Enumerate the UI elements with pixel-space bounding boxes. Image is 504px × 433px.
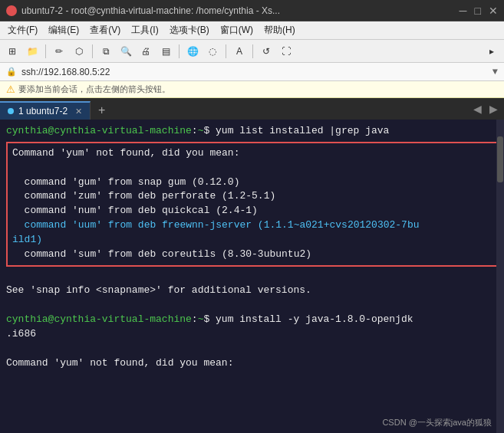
toolbar-copy2[interactable]: ⧉	[97, 43, 115, 60]
title-bar: ubuntu7-2 - root@cynthia-virtual-machine…	[0, 0, 504, 21]
error-box: Command 'yum' not found, did you mean: c…	[6, 142, 498, 267]
toolbar-print2[interactable]: ▤	[156, 43, 175, 60]
prompt-line-2: cynthia@cynthia-virtual-machine:~$ yum i…	[6, 313, 498, 342]
minimize-button[interactable]: ─	[460, 5, 467, 16]
toolbar-sep-5	[252, 44, 253, 58]
close-button[interactable]: ✕	[489, 5, 498, 16]
window-title: ubuntu7-2 - root@cynthia-virtual-machine…	[21, 5, 280, 16]
tab-nav: ◀ ▶	[470, 103, 504, 115]
tab-nav-right[interactable]: ▶	[486, 103, 501, 115]
menu-edit[interactable]: 编辑(E)	[44, 22, 84, 38]
address-text[interactable]: ssh://192.168.80.5:22	[21, 67, 110, 77]
toolbar-search[interactable]: 🔍	[117, 43, 135, 60]
prompt-user-2: cynthia@cynthia-virtual-machine	[6, 313, 192, 325]
toolbar-text[interactable]: A	[230, 43, 249, 60]
toolbar-fullscreen[interactable]: ⛶	[277, 43, 295, 60]
tab-nav-left[interactable]: ◀	[470, 103, 485, 115]
prompt-line-1: cynthia@cynthia-virtual-machine:~$ yum l…	[6, 124, 498, 139]
normal-line-blank-2	[6, 298, 498, 313]
terminal[interactable]: cynthia@cynthia-virtual-machine:~$ yum l…	[0, 120, 504, 433]
menu-file[interactable]: 文件(F)	[3, 22, 42, 38]
tab-bar: 1 ubuntu7-2 ✕ + ◀ ▶	[0, 98, 504, 120]
toolbar-edit[interactable]: ✏	[50, 43, 68, 60]
prompt-command-1: $ yum list installed |grep java	[203, 125, 389, 136]
toolbar-globe2[interactable]: ◌	[203, 43, 222, 60]
toolbar-sep-4	[226, 44, 226, 58]
error-line-5: command 'uum' from deb freewnn-jserver (…	[12, 218, 492, 248]
error-line-4: command 'num' from deb quickcal (2.4-1)	[12, 204, 492, 218]
toolbar-refresh[interactable]: ↺	[257, 43, 275, 60]
terminal-content: cynthia@cynthia-virtual-machine:~$ yum l…	[0, 120, 504, 376]
error-line-1	[12, 161, 492, 175]
normal-line-blank-1	[6, 270, 498, 284]
title-bar-left: ubuntu7-2 - root@cynthia-virtual-machine…	[6, 5, 280, 16]
info-text: 要添加当前会话，点击左侧的箭头按钮。	[18, 84, 170, 95]
toolbar-new[interactable]: ⊞	[3, 43, 21, 60]
app-window: ubuntu7-2 - root@cynthia-virtual-machine…	[0, 0, 504, 433]
normal-line-blank-3	[6, 342, 498, 356]
error-line-6: command 'sum' from deb coreutils (8.30-3…	[12, 248, 492, 262]
error-line-2: command 'gum' from snap gum (0.12.0)	[12, 175, 492, 190]
watermark: CSDN @一头探索java的狐狼	[382, 417, 492, 428]
toolbar-extra[interactable]: ▸	[483, 43, 501, 60]
tab-add-button[interactable]: +	[92, 101, 111, 120]
menu-tools[interactable]: 工具(I)	[127, 22, 163, 38]
menu-help[interactable]: 帮助(H)	[259, 22, 300, 38]
tab-label: 1 ubuntu7-2	[18, 106, 68, 116]
menu-window[interactable]: 窗口(W)	[216, 22, 258, 38]
error-line-3: command 'zum' from deb perforate (1.2-5.…	[12, 189, 492, 204]
terminal-scrollbar[interactable]	[496, 120, 504, 433]
error-line-0: Command 'yum' not found, did you mean:	[12, 146, 492, 161]
toolbar-right: ▸	[483, 43, 501, 60]
normal-line-cmd-notfound: Command 'yum' not found, did you mean:	[6, 356, 498, 371]
toolbar-print[interactable]: 🖨	[137, 43, 155, 60]
normal-line-snap: See 'snap info <snapname>' for additiona…	[6, 284, 498, 298]
lock-icon: 🔒	[6, 67, 17, 77]
scroll-thumb	[497, 136, 503, 182]
address-bar: 🔒 ssh://192.168.80.5:22 ▼	[0, 63, 504, 81]
info-icon: ⚠	[6, 84, 15, 95]
toolbar-copy[interactable]: ⬡	[70, 43, 88, 60]
info-bar: ⚠ 要添加当前会话，点击左侧的箭头按钮。	[0, 81, 504, 98]
tab-ubuntu7-2[interactable]: 1 ubuntu7-2 ✕	[0, 101, 91, 120]
toolbar: ⊞ 📁 ✏ ⬡ ⧉ 🔍 🖨 ▤ 🌐 ◌ A ↺ ⛶ ▸	[0, 40, 504, 63]
prompt-user-1: cynthia@cynthia-virtual-machine	[6, 125, 192, 136]
menu-bar: 文件(F) 编辑(E) 查看(V) 工具(I) 选项卡(B) 窗口(W) 帮助(…	[0, 21, 504, 40]
menu-tabs[interactable]: 选项卡(B)	[165, 22, 214, 38]
address-dropdown-icon[interactable]: ▼	[492, 67, 498, 77]
tab-close-icon[interactable]: ✕	[75, 107, 82, 116]
toolbar-sep-1	[45, 44, 46, 58]
menu-view[interactable]: 查看(V)	[85, 22, 125, 38]
maximize-button[interactable]: □	[475, 5, 481, 16]
toolbar-sep-3	[179, 44, 180, 58]
title-bar-controls: ─ □ ✕	[460, 5, 498, 16]
tab-status-dot	[8, 108, 14, 114]
toolbar-open[interactable]: 📁	[23, 43, 41, 60]
app-icon	[6, 5, 17, 16]
toolbar-sep-2	[92, 44, 93, 58]
toolbar-globe[interactable]: 🌐	[183, 43, 202, 60]
